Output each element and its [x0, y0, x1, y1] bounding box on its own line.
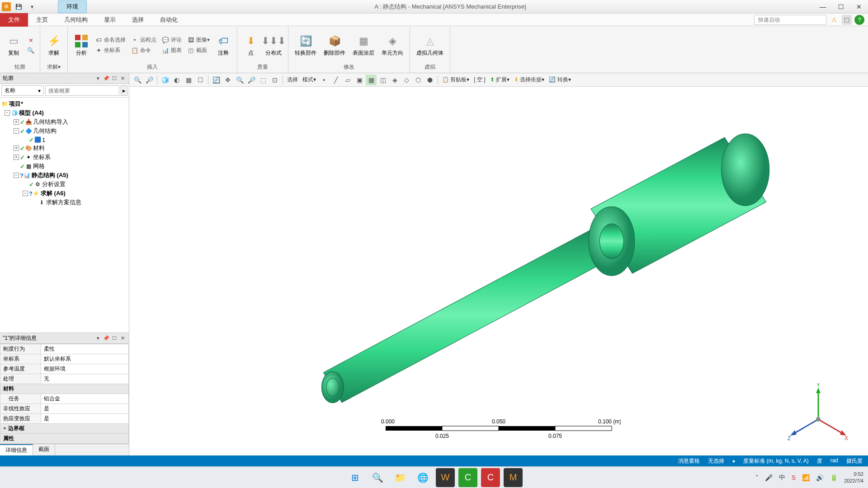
- tree-body-1[interactable]: 1: [42, 136, 45, 143]
- sel-a-icon[interactable]: ◈: [389, 75, 400, 85]
- prop-row[interactable]: 坐标系默认坐标系: [0, 354, 129, 364]
- notifications-icon[interactable]: ⚠: [829, 15, 839, 25]
- expander-icon[interactable]: −: [5, 110, 10, 116]
- expander-icon[interactable]: +: [14, 155, 19, 160]
- app3-icon[interactable]: C: [481, 468, 500, 487]
- panel-pin-icon[interactable]: 📌: [103, 335, 110, 342]
- orientation-triad[interactable]: Y X Z: [787, 383, 850, 446]
- help-icon[interactable]: ?: [854, 15, 864, 25]
- tray-ime-icon[interactable]: 中: [779, 474, 785, 482]
- context-tab-environment[interactable]: 环境: [58, 0, 87, 13]
- tree-project[interactable]: 项目*: [9, 100, 23, 108]
- zoom-box-icon[interactable]: ⬚: [258, 75, 269, 85]
- fit-icon[interactable]: ⊡: [269, 75, 280, 85]
- elem-orient-button[interactable]: ◈单元方向: [379, 33, 406, 58]
- close-button[interactable]: ✕: [850, 0, 868, 13]
- tray-chevron-icon[interactable]: ˄: [755, 474, 759, 481]
- point-mass-button[interactable]: ⬇ 点: [241, 33, 261, 58]
- 3d-viewport[interactable]: 0.000 0.050 0.100 (m) 0.025 0.075 Y: [129, 87, 868, 455]
- panel-max-icon[interactable]: ☐: [111, 335, 118, 342]
- analysis-button[interactable]: 分析: [71, 33, 91, 58]
- tray-app-icon[interactable]: S: [792, 474, 796, 481]
- mechanical-icon[interactable]: M: [504, 468, 523, 487]
- tray-battery-icon[interactable]: 🔋: [830, 474, 838, 481]
- duplicate-button[interactable]: ▭ 复制: [4, 33, 24, 58]
- panel-dropdown-icon[interactable]: ▾: [94, 75, 102, 82]
- prop-category[interactable]: +边界框: [0, 424, 129, 434]
- sel-vertex-icon[interactable]: •: [319, 75, 330, 85]
- image-button[interactable]: 🖼图像▾: [185, 35, 212, 45]
- zoom-in-icon[interactable]: 🔍: [234, 75, 245, 85]
- tree-solution[interactable]: 求解 (A6): [41, 189, 66, 197]
- prop-row[interactable]: 热应变效应是: [0, 414, 129, 424]
- surface-coating-button[interactable]: ▦表面涂层: [350, 33, 377, 58]
- panel-dropdown-icon[interactable]: ▾: [94, 335, 102, 342]
- filter-label[interactable]: 名称▾: [1, 85, 44, 96]
- find-button[interactable]: 🔍: [25, 46, 36, 55]
- box-icon[interactable]: ☐: [195, 75, 206, 85]
- tree-model[interactable]: 模型 (A4): [19, 109, 44, 117]
- delete-button[interactable]: ✕: [25, 36, 36, 45]
- comment-button[interactable]: 💬评论: [160, 35, 184, 45]
- app2-icon[interactable]: C: [458, 468, 477, 487]
- tray-volume-icon[interactable]: 🔊: [816, 474, 824, 481]
- tab-display[interactable]: 显示: [96, 13, 124, 27]
- start-button[interactable]: ⊞: [345, 468, 364, 487]
- distributed-mass-button[interactable]: ⬇⬇⬇ 分布式: [263, 33, 284, 58]
- virtual-body-button[interactable]: ◬虚拟几何体: [414, 33, 446, 58]
- tree-geometry[interactable]: 几何结构: [33, 127, 57, 135]
- sel-edge-icon[interactable]: ╱: [330, 75, 341, 85]
- edge-icon[interactable]: 🌐: [413, 468, 432, 487]
- panel-pin-icon[interactable]: 📌: [103, 75, 110, 82]
- tray-wifi-icon[interactable]: 📶: [802, 474, 810, 481]
- solve-button[interactable]: ⚡ 求解: [44, 33, 64, 58]
- prop-row[interactable]: 刚度行为柔性: [0, 344, 129, 354]
- pan-icon[interactable]: ✥: [222, 75, 233, 85]
- replace-part-button[interactable]: 🔄转换部件: [292, 33, 319, 58]
- named-selection-button[interactable]: 🏷命名选择: [93, 35, 127, 45]
- sel-body-icon[interactable]: ▣: [354, 75, 365, 85]
- expander-icon[interactable]: −: [14, 128, 19, 134]
- expander-icon[interactable]: −: [14, 173, 19, 178]
- tab-home[interactable]: 主页: [28, 13, 56, 27]
- sel-node-icon[interactable]: ▦: [366, 75, 377, 85]
- prop-category[interactable]: 属性: [0, 434, 129, 444]
- maximize-button[interactable]: ☐: [832, 0, 850, 13]
- filter-input[interactable]: [45, 85, 119, 96]
- remote-point-button[interactable]: •远程点: [129, 35, 158, 45]
- extend-dropdown[interactable]: ⬆ 扩展▾: [488, 76, 511, 84]
- tab-details[interactable]: 详细信息: [0, 444, 33, 455]
- search-button[interactable]: 🔍: [368, 468, 387, 487]
- section-button[interactable]: ◫截面: [185, 46, 212, 55]
- tab-automation[interactable]: 自动化: [152, 13, 186, 27]
- panel-close-icon[interactable]: ✕: [119, 335, 126, 342]
- expander-icon[interactable]: +: [14, 119, 19, 125]
- filter-go-button[interactable]: ▸: [121, 85, 128, 96]
- tray-mic-icon[interactable]: 🎤: [765, 474, 773, 481]
- cube-icon[interactable]: 🧊: [160, 75, 170, 85]
- tab-selection[interactable]: 选择: [124, 13, 152, 27]
- prop-row[interactable]: 非线性效应是: [0, 404, 129, 414]
- status-caret-icon[interactable]: ▴: [732, 457, 735, 465]
- qat-save-icon[interactable]: 💾: [13, 2, 24, 12]
- zoom-fit-icon[interactable]: 🔍: [132, 75, 143, 85]
- status-messages[interactable]: 消息窗格: [678, 457, 700, 465]
- convert-dropdown[interactable]: 🔄 转换▾: [547, 76, 572, 84]
- quick-launch-input[interactable]: [754, 15, 826, 25]
- select-by-dropdown[interactable]: ⬇ 选择依据▾: [512, 76, 546, 84]
- taskbar-clock[interactable]: 0:52 2022/7/4: [844, 471, 863, 484]
- mode-dropdown[interactable]: 模式▾: [301, 76, 318, 84]
- tree-materials[interactable]: 材料: [33, 144, 45, 152]
- rotate-icon[interactable]: 🔄: [211, 75, 222, 85]
- status-units[interactable]: 度量标准 (m, kg, N, s, V, A): [743, 457, 808, 465]
- sel-elem-icon[interactable]: ◫: [377, 75, 388, 85]
- tree-solution-info[interactable]: 求解方案信息: [46, 198, 81, 206]
- sel-b-icon[interactable]: ◇: [401, 75, 412, 85]
- delete-part-button[interactable]: 📦删除部件: [321, 33, 348, 58]
- chart-button[interactable]: 📊图表: [160, 46, 184, 55]
- project-tree[interactable]: 📁项目* −🧊模型 (A4) +✓📥几何结构导入 −✓🔷几何结构 ✓🟦1 +✓🎨…: [0, 98, 129, 333]
- explorer-icon[interactable]: 📁: [391, 468, 410, 487]
- expander-icon[interactable]: +: [14, 145, 19, 151]
- sel-d-icon[interactable]: ⬢: [425, 75, 435, 85]
- sel-c-icon[interactable]: ⬡: [413, 75, 424, 85]
